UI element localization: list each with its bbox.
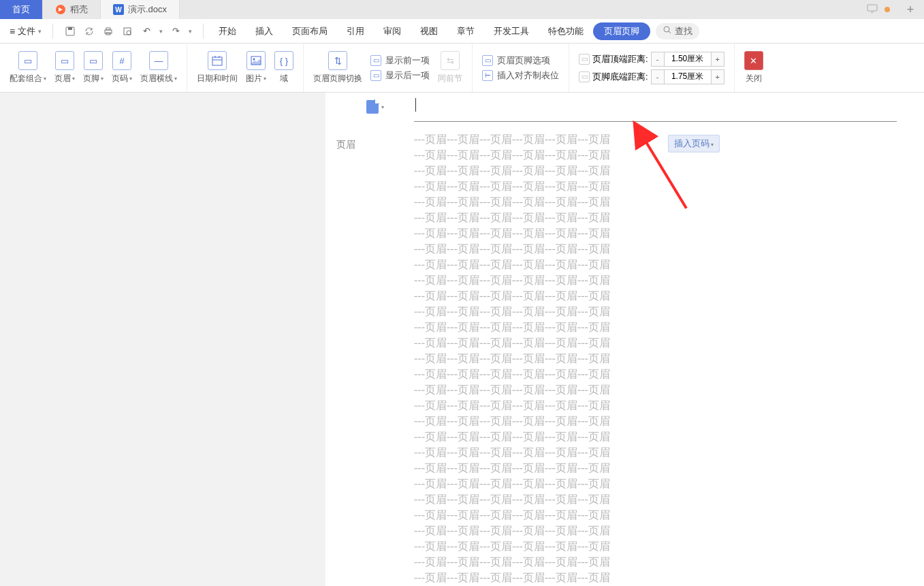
field-button[interactable]: { }域 (270, 50, 298, 86)
header-dist-inc[interactable]: + (712, 52, 724, 66)
tab-document-label: 演示.docx (128, 3, 167, 16)
header-dist-icon: ▭ (579, 54, 590, 65)
insert-page-number-button[interactable]: 插入页码 ▾ (668, 135, 720, 152)
show-next-button[interactable]: ▭显示后一项 (370, 69, 430, 82)
daoke-icon (55, 4, 66, 15)
menu-tabs: 开始 插入 页面布局 引用 审阅 视图 章节 开发工具 特色功能 页眉页脚 (209, 19, 650, 44)
header-icon: ▭ (55, 51, 74, 70)
same-prev-icon: ⇆ (441, 51, 460, 70)
menu-page-layout[interactable]: 页面布局 (283, 19, 337, 44)
header-line-icon: — (149, 51, 168, 70)
hamburger-icon: ≡ (10, 26, 15, 37)
close-hf-button[interactable]: ✕关闭 (740, 50, 767, 86)
svg-rect-14 (212, 57, 222, 65)
divider (203, 24, 204, 39)
hf-options-button[interactable]: ▭页眉页脚选项 (482, 54, 559, 67)
datetime-button[interactable]: 日期和时间 (193, 50, 242, 86)
chevron-down-icon[interactable]: ▾ (159, 28, 163, 35)
hf-switch-button[interactable]: ⇅页眉页脚切换 (309, 50, 366, 86)
left-gray-pane (0, 93, 325, 586)
svg-point-12 (664, 27, 669, 32)
menu-header-footer[interactable]: 页眉页脚 (593, 22, 650, 40)
footer-icon: ▭ (84, 51, 103, 70)
file-menu[interactable]: ≡ 文件 ▾ (4, 25, 47, 37)
page-icon-bar: ▾ (325, 93, 924, 121)
footer-dist-icon: ▭ (579, 71, 590, 82)
footer-bottom-distance: ▭ 页脚底端距离: - + (579, 69, 724, 84)
header-top-distance: ▭ 页眉顶端距离: - + (579, 52, 724, 67)
close-icon: ✕ (744, 51, 763, 70)
toolbar-row: ≡ 文件 ▾ ↶ ▾ ↷ ▾ 开始 插入 页面布局 引用 审阅 视图 章节 开发… (0, 19, 924, 44)
page[interactable]: ▾ 页眉 插入页码 ▾ ---页眉---页眉---页眉---页眉---页眉---… (325, 93, 924, 585)
show-prev-button[interactable]: ▭显示前一项 (370, 54, 430, 67)
tab-add-button[interactable]: + (897, 0, 924, 19)
menu-dev-tools[interactable]: 开发工具 (484, 19, 539, 44)
menu-reference[interactable]: 引用 (337, 19, 374, 44)
sync-icon[interactable] (83, 25, 95, 37)
picture-button[interactable]: 图片▾ (242, 50, 270, 86)
print-preview-icon[interactable] (121, 25, 133, 37)
save-icon[interactable] (64, 25, 76, 37)
tab-daoke[interactable]: 稻壳 (43, 0, 101, 19)
menu-insert[interactable]: 插入 (246, 19, 283, 44)
footer-dist-input[interactable] (664, 70, 712, 84)
footer-button[interactable]: ▭页脚▾ (79, 50, 108, 86)
divider (52, 24, 53, 39)
screen-icon[interactable] (867, 4, 878, 16)
svg-point-19 (253, 59, 255, 61)
chevron-down-icon: ▾ (38, 28, 42, 35)
tab-document[interactable]: W 演示.docx (101, 0, 180, 19)
next-icon: ▭ (370, 70, 381, 81)
footer-dist-inc[interactable]: + (712, 70, 724, 84)
print-icon[interactable] (102, 25, 114, 37)
chevron-down-icon: ▾ (710, 142, 714, 148)
svg-rect-6 (68, 27, 72, 30)
header-region-label: 页眉 (331, 136, 361, 154)
search-icon (663, 25, 672, 37)
svg-point-11 (127, 31, 131, 35)
options-icon: ▭ (482, 55, 493, 66)
menu-special[interactable]: 特色功能 (539, 19, 593, 44)
header-button[interactable]: ▭页眉▾ (50, 50, 79, 86)
page-doc-icon[interactable] (366, 100, 379, 114)
tab-daoke-label: 稻壳 (70, 3, 88, 16)
tab-home[interactable]: 首页 (0, 0, 43, 19)
svg-rect-3 (867, 5, 877, 11)
status-dot-icon (885, 7, 890, 12)
chevron-down-icon[interactable]: ▾ (381, 104, 384, 110)
menu-review[interactable]: 审阅 (374, 19, 411, 44)
quick-access-group: ↶ ▾ ↷ ▾ (59, 25, 197, 37)
align-icon: ⊢ (482, 70, 493, 81)
ribbon: ▭配套组合▾ ▭页眉▾ ▭页脚▾ #页码▾ —页眉横线▾ 日期和时间 图片▾ {… (0, 44, 924, 93)
header-line-button[interactable]: —页眉横线▾ (136, 50, 181, 86)
undo-icon[interactable]: ↶ (140, 25, 153, 37)
combo-icon: ▭ (18, 51, 37, 70)
page-num-button[interactable]: #页码▾ (108, 50, 136, 86)
redo-icon[interactable]: ↷ (170, 25, 182, 37)
menu-view[interactable]: 视图 (411, 19, 447, 44)
menu-start[interactable]: 开始 (209, 19, 246, 44)
svg-rect-8 (106, 28, 110, 30)
document-body-text[interactable]: ---页眉---页眉---页眉---页眉---页眉---页眉---页眉---页眉… (325, 122, 924, 585)
same-prev-button[interactable]: ⇆同前节 (434, 50, 466, 86)
combo-button[interactable]: ▭配套组合▾ (5, 50, 50, 86)
header-dist-input[interactable] (664, 52, 712, 66)
tab-bar: 首页 稻壳 W 演示.docx + (0, 0, 924, 19)
text-cursor (415, 98, 416, 112)
tab-home-label: 首页 (12, 3, 30, 16)
menu-chapter[interactable]: 章节 (447, 19, 484, 44)
field-icon: { } (274, 51, 293, 70)
footer-dist-dec[interactable]: - (652, 70, 664, 84)
header-dist-dec[interactable]: - (652, 52, 664, 66)
prev-icon: ▭ (370, 55, 381, 66)
picture-icon (246, 51, 266, 70)
page-num-icon: # (112, 51, 131, 70)
svg-text:W: W (115, 6, 122, 14)
page-wrapper: ▾ 页眉 插入页码 ▾ ---页眉---页眉---页眉---页眉---页眉---… (325, 93, 924, 586)
search-box[interactable]: 查找 (656, 23, 699, 39)
word-doc-icon: W (113, 4, 124, 15)
document-area: ▾ 页眉 插入页码 ▾ ---页眉---页眉---页眉---页眉---页眉---… (0, 93, 924, 586)
insert-align-button[interactable]: ⊢插入对齐制表位 (482, 69, 559, 82)
chevron-down-icon[interactable]: ▾ (189, 28, 192, 35)
switch-icon: ⇅ (328, 51, 347, 70)
